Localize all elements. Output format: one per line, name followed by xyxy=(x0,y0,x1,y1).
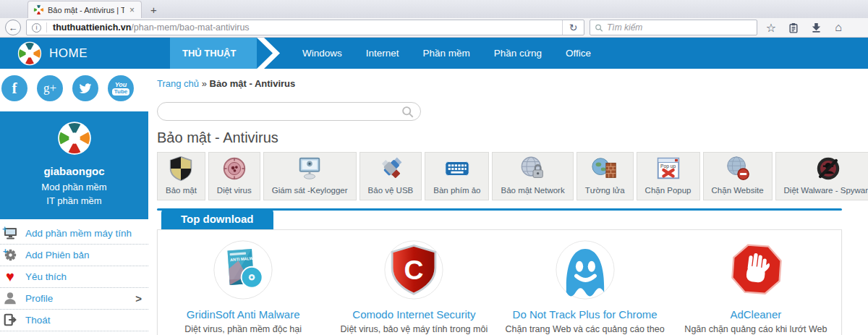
google-plus-icon[interactable]: g+ xyxy=(37,75,63,101)
category-ban-phim-ao[interactable]: Bàn phím ảo xyxy=(425,152,489,200)
category-diet-malware-spyware[interactable]: Diệt Walware - Spyware xyxy=(775,152,868,200)
category-tuong-lua[interactable]: Tường lửa xyxy=(576,152,634,200)
keyboard-icon xyxy=(443,155,471,182)
computer-add-icon: + xyxy=(1,225,19,241)
category-bao-ve-usb[interactable]: Bảo vệ USB xyxy=(359,152,422,200)
nav-internet[interactable]: Internet xyxy=(366,48,399,59)
sidebar-item-label: Profile xyxy=(25,293,53,304)
virus-target-icon xyxy=(221,155,248,182)
browser-tab[interactable]: Bảo mật - Antivirus | Thuth... × xyxy=(27,1,142,18)
ghost-icon[interactable] xyxy=(555,239,616,300)
sidebar-item-label: Add phần mềm máy tính xyxy=(25,228,132,239)
profile-card: giabaongoc Mod phần mềm IT phần mềm xyxy=(0,111,148,219)
new-tab-button[interactable]: + xyxy=(142,1,166,18)
nav-phan-cung[interactable]: Phần cứng xyxy=(494,48,542,59)
home-icon[interactable]: ⌂ xyxy=(830,20,847,35)
url-bar[interactable]: i thuthuattienich.vn/phan-mem/bao-mat-an… xyxy=(26,20,584,35)
download-desc: Diệt virus, bảo vệ máy tính trong môi tr… xyxy=(330,323,498,335)
globe-block-icon xyxy=(724,155,752,182)
breadcrumb-separator: » xyxy=(202,78,207,89)
url-domain: thuthuattienich.vn xyxy=(53,22,131,33)
home-link[interactable]: HOME xyxy=(17,41,88,66)
tab-close-icon[interactable]: × xyxy=(128,5,136,15)
nav-office[interactable]: Office xyxy=(566,48,591,59)
svg-text:+: + xyxy=(3,247,8,255)
sidebar-item-favorites[interactable]: ♥ Yêu thích xyxy=(0,266,148,288)
sidebar-item-profile[interactable]: Profile > xyxy=(0,288,148,310)
site-info-icon[interactable]: i xyxy=(32,23,41,33)
stop-hand-icon[interactable] xyxy=(726,239,786,300)
search-icon xyxy=(401,106,414,118)
category-chan-popup[interactable]: Pop up Chặn Popup xyxy=(637,152,700,200)
tab-thu-thuat[interactable]: THỦ THUẬT xyxy=(170,38,257,69)
page-title: Bảo mật - Antivirus xyxy=(157,130,868,146)
sidebar-item-label: Add Phiên bản xyxy=(25,250,90,260)
top-download-header: Top download xyxy=(157,208,842,229)
download-item-adcleaner: AdCleaner Ngăn chặn quảng cáo khi lướt W… xyxy=(671,239,841,335)
browser-search-input[interactable] xyxy=(607,22,752,33)
bookmark-star-icon[interactable]: ☆ xyxy=(762,20,780,35)
nav-windows[interactable]: Windows xyxy=(302,48,342,59)
site-logo-icon xyxy=(17,41,42,66)
tab-title: Bảo mật - Antivirus | Thuth... xyxy=(48,6,124,14)
usb-drive-icon xyxy=(377,155,404,182)
category-bao-mat[interactable]: Bảo mật xyxy=(157,152,205,200)
heart-icon: ♥ xyxy=(1,268,19,284)
popup-block-icon: Pop up xyxy=(655,155,682,182)
page-search-box[interactable] xyxy=(157,102,421,121)
download-title-link[interactable]: AdCleaner xyxy=(671,308,841,321)
gridinsoft-box-icon[interactable]: ANTI MALWARE xyxy=(213,239,273,300)
chevron-right-icon[interactable]: > xyxy=(135,292,142,305)
download-title-link[interactable]: Comodo Internet Security xyxy=(328,308,499,321)
section-arrow-icon xyxy=(257,38,283,69)
category-bao-mat-network[interactable]: Bảo mật Network xyxy=(492,152,573,200)
download-item-gridinsoft: ANTI MALWARE GridinSoft Anti Malware Diệ… xyxy=(158,239,328,335)
category-diet-virus[interactable]: Diệt virus xyxy=(208,152,260,200)
facebook-icon[interactable]: f xyxy=(1,75,27,101)
sidebar-item-label: Thoát xyxy=(25,315,51,326)
browser-tab-bar: Bảo mật - Antivirus | Thuth... × + xyxy=(0,0,868,18)
monitor-camera-icon xyxy=(296,155,323,182)
download-icon[interactable] xyxy=(807,20,825,35)
download-title-link[interactable]: Do Not Track Plus for Chrome xyxy=(500,308,671,321)
category-row: Bảo mật Diệt virus Giám sát -Keylogger B… xyxy=(157,152,868,200)
youtube-icon[interactable]: You Tube xyxy=(108,75,134,101)
sidebar-item-label: Yêu thích xyxy=(25,271,67,282)
home-label: HOME xyxy=(49,46,88,61)
back-button[interactable]: ← xyxy=(5,20,21,35)
svg-text:+: + xyxy=(2,225,7,234)
firewall-icon xyxy=(591,155,618,182)
site-favicon-icon xyxy=(33,4,44,15)
anti-spyware-icon xyxy=(814,155,842,182)
reload-button[interactable]: ↻ xyxy=(562,20,584,35)
search-icon xyxy=(595,23,603,33)
browser-search-box[interactable] xyxy=(590,20,757,35)
browser-toolbar: ← i thuthuattienich.vn/phan-mem/bao-mat-… xyxy=(0,18,868,38)
sidebar-item-add-version[interactable]: + Add Phiên bản xyxy=(0,245,148,266)
person-icon xyxy=(1,290,19,306)
profile-role-2: IT phần mềm xyxy=(0,195,148,208)
category-chan-website[interactable]: Chặn Website xyxy=(703,152,773,200)
comodo-shield-icon[interactable]: C xyxy=(383,239,444,300)
download-title-link[interactable]: GridinSoft Anti Malware xyxy=(158,308,328,321)
site-header: HOME THỦ THUẬT Windows Internet Phần mềm… xyxy=(0,38,868,69)
profile-username: giabaongoc xyxy=(0,165,148,177)
download-desc: Chặn trang Web và các quảng cáo theo dõi xyxy=(501,323,669,335)
page-search-input[interactable] xyxy=(164,106,401,117)
category-giam-sat-keylogger[interactable]: Giám sát -Keylogger xyxy=(263,152,357,200)
breadcrumb-home-link[interactable]: Trang chủ xyxy=(157,78,199,89)
twitter-icon[interactable] xyxy=(72,75,98,101)
sidebar: f g+ You Tube giabaongoc Mod phần mềm IT… xyxy=(0,69,148,335)
nav-phan-mem[interactable]: Phần mềm xyxy=(423,48,470,59)
sidebar-item-add-software[interactable]: + Add phần mềm máy tính xyxy=(0,223,148,245)
sidebar-item-logout[interactable]: Thoát xyxy=(0,310,148,331)
download-item-comodo: C Comodo Internet Security Diệt virus, b… xyxy=(328,239,499,335)
profile-role-1: Mod phần mềm xyxy=(0,181,148,195)
svg-text:C: C xyxy=(404,255,424,285)
globe-lock-icon xyxy=(519,155,547,182)
reader-list-icon[interactable] xyxy=(785,20,802,35)
download-item-donottrack: Do Not Track Plus for Chrome Chặn trang … xyxy=(500,239,671,335)
tab-top-download[interactable]: Top download xyxy=(161,208,273,229)
shield-icon xyxy=(167,155,195,182)
social-links: f g+ You Tube xyxy=(0,69,148,107)
